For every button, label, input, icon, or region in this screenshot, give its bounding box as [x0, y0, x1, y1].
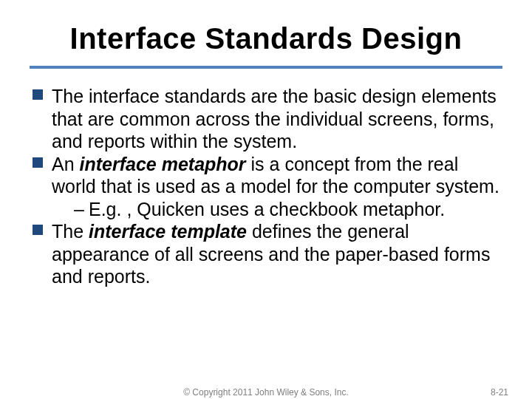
bullet-item: The interface standards are the basic de… [33, 85, 499, 153]
bullet-item: An interface metaphor is a concept from … [33, 153, 499, 221]
slide-title: Interface Standards Design [30, 18, 502, 66]
page-number: 8-21 [491, 387, 508, 398]
bullet-text-em: interface metaphor [80, 154, 246, 174]
sub-item: E.g. , Quicken uses a checkbook metaphor… [74, 198, 499, 221]
bullet-item: The interface template defines the gener… [33, 220, 499, 288]
copyright-text: © Copyright 2011 John Wiley & Sons, Inc. [0, 387, 532, 398]
sub-list: E.g. , Quicken uses a checkbook metaphor… [52, 198, 499, 221]
bullet-text-pre: An [52, 154, 80, 174]
title-underline [30, 66, 502, 69]
bullet-text-pre: The [52, 221, 89, 242]
bullet-list: The interface standards are the basic de… [33, 85, 499, 288]
content-area: The interface standards are the basic de… [30, 85, 502, 288]
bullet-text-em: interface template [89, 221, 247, 242]
bullet-text: The interface standards are the basic de… [52, 86, 497, 151]
sub-text: E.g. , Quicken uses a checkbook metaphor… [89, 199, 445, 219]
slide: Interface Standards Design The interface… [0, 0, 532, 399]
